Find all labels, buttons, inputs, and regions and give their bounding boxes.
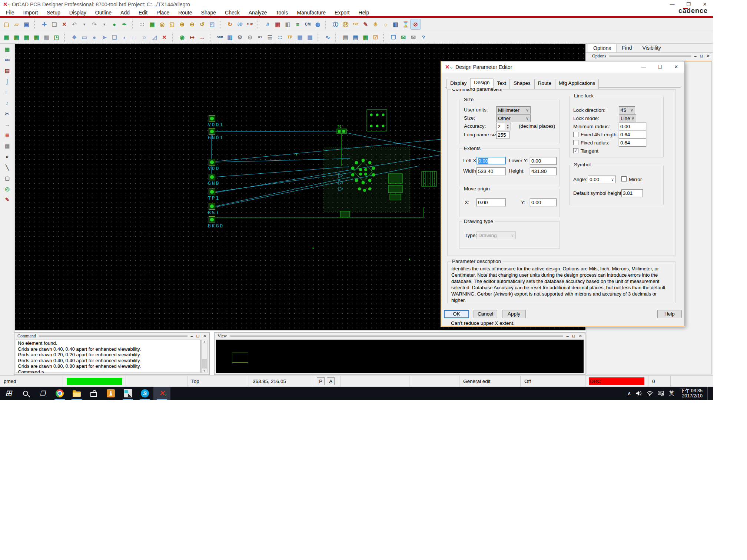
fixed-45-length-field[interactable]: 0.64	[619, 131, 646, 139]
angle-dropdown[interactable]: 0.00	[588, 176, 616, 183]
mail-icon[interactable]: ✉	[408, 32, 418, 42]
scroll-up-icon[interactable]: ∧	[202, 340, 207, 344]
artwork-films-icon[interactable]: ▥	[225, 32, 235, 42]
rect-outline-icon[interactable]: □	[129, 32, 139, 42]
padstack-replicate-icon[interactable]: ◉	[177, 32, 187, 42]
menu-shape[interactable]: Shape	[197, 10, 220, 16]
status-report-icon[interactable]: ☑	[371, 32, 381, 42]
pad-bkgd[interactable]	[209, 216, 215, 223]
menu-manufacture[interactable]: Manufacture	[292, 10, 330, 16]
skype-taskbar-button[interactable]	[136, 387, 153, 400]
via-array-icon[interactable]: ∷	[275, 32, 285, 42]
shape-mode-icon[interactable]: ◳	[52, 32, 62, 42]
help-button[interactable]: Help	[657, 310, 682, 318]
pad-rst[interactable]	[209, 203, 215, 210]
pane-close-icon[interactable]: ✕	[707, 54, 710, 59]
command-console[interactable]: No element found.Grids are drawn 0.40, 0…	[16, 340, 200, 373]
tab-route[interactable]: Route	[534, 79, 555, 89]
pad-vdd1[interactable]	[209, 115, 215, 122]
grid-points-icon[interactable]: ∷	[137, 19, 147, 29]
ball-array-icon[interactable]: ▩	[305, 32, 315, 42]
menu-export[interactable]: Export	[330, 10, 354, 16]
notification-icon[interactable]	[658, 391, 664, 396]
delete-icon[interactable]: ✕	[59, 19, 69, 29]
pad-vdd[interactable]	[209, 159, 215, 166]
open-drawing-icon[interactable]: ▱	[11, 19, 21, 29]
pad-tp1[interactable]	[209, 189, 215, 195]
board-disabled-icon[interactable]: ▦	[42, 32, 52, 42]
show-property-icon[interactable]: ⓟ	[341, 19, 351, 29]
store-taskbar-button[interactable]	[85, 387, 102, 400]
minimum-radius-field[interactable]: 0.00	[619, 123, 646, 130]
view-minimize-icon[interactable]: –	[566, 334, 568, 339]
view-extent-rect[interactable]	[232, 353, 248, 363]
zoom-fit-icon[interactable]: ◱	[167, 19, 177, 29]
redo-icon[interactable]: ↷	[89, 19, 99, 29]
constraint-manager-icon[interactable]: CM	[303, 19, 313, 29]
shine-mode-icon[interactable]: ☀	[371, 19, 381, 29]
shape-add-rect-icon[interactable]: ▭	[79, 32, 89, 42]
fixed-radius-field[interactable]: 0.64	[619, 139, 646, 147]
pane-grip[interactable]	[609, 55, 691, 57]
note-tool-icon[interactable]: ♪	[3, 99, 12, 107]
left-x-field[interactable]: 0.00	[477, 157, 506, 164]
route-keepin-icon[interactable]: ▦	[21, 32, 31, 42]
view-grip[interactable]	[230, 335, 563, 337]
report-log-icon[interactable]: ☰	[265, 32, 275, 42]
dialog-minimize-button[interactable]: —	[635, 61, 652, 73]
tab-design[interactable]: Design	[470, 78, 493, 88]
apply-button[interactable]: Apply	[502, 310, 526, 318]
shape-add-circle-icon[interactable]: ●	[89, 32, 99, 42]
pad-gnd[interactable]	[209, 174, 215, 180]
mirror-checkbox[interactable]	[621, 176, 627, 181]
lower-y-field[interactable]: 0.00	[530, 157, 557, 165]
scroll-down-icon[interactable]: ∨	[202, 369, 207, 372]
corner-tool-icon[interactable]: ∟	[3, 88, 12, 96]
command-minimize-icon[interactable]: –	[190, 334, 193, 339]
menu-import[interactable]: Import	[19, 10, 43, 16]
close-button[interactable]: ✕	[697, 0, 713, 9]
constraint-report-icon[interactable]: ▦	[361, 32, 371, 42]
start-taskbar-button[interactable]	[0, 387, 17, 400]
lock-direction-dropdown[interactable]: 45	[619, 106, 635, 114]
minimize-button[interactable]: —	[664, 0, 680, 9]
route-keepout-icon[interactable]: ▦	[31, 32, 42, 42]
lock-mode-dropdown[interactable]: Line	[619, 114, 636, 122]
menu-setup[interactable]: Setup	[42, 10, 65, 16]
menu-outline[interactable]: Outline	[91, 10, 116, 16]
zoom-previous-icon[interactable]: ↺	[197, 19, 207, 29]
export-documentation-icon[interactable]: ❐	[388, 32, 398, 42]
tab-find[interactable]: Find	[617, 44, 637, 52]
scroll-thumb[interactable]	[202, 359, 207, 369]
fixed-radius-checkbox[interactable]	[573, 140, 578, 145]
chrome-taskbar-button[interactable]	[51, 387, 68, 400]
board-geometry-icon[interactable]: ▦	[1, 32, 11, 42]
tab-text[interactable]: Text	[493, 79, 510, 89]
undo-icon[interactable]: ↶	[69, 19, 79, 29]
brush-tool-icon[interactable]: ✎	[3, 196, 12, 204]
grid-lines-icon[interactable]: ▦	[147, 19, 157, 29]
arrow-tool-icon[interactable]: →	[3, 120, 12, 129]
save-drawing-icon[interactable]: ▣	[21, 19, 31, 29]
menu-analyze[interactable]: Analyze	[244, 10, 272, 16]
pane-minimize-icon[interactable]: –	[694, 54, 696, 59]
accuracy-spinner[interactable]: 2 ▲▼	[496, 123, 511, 130]
ring-tool-icon[interactable]: ◎	[3, 185, 12, 193]
wifi-icon[interactable]	[647, 391, 653, 396]
odb-export-icon[interactable]: ODB	[215, 32, 225, 42]
application-mode-button[interactable]: A	[327, 377, 335, 385]
command-close-icon[interactable]: ✕	[203, 334, 206, 339]
cross-section-icon[interactable]: ≡	[293, 19, 303, 29]
dimension-linear-icon[interactable]: ↦	[187, 32, 197, 42]
show-desktop-button[interactable]	[707, 387, 710, 400]
summary-report-icon[interactable]: ▤	[341, 32, 351, 42]
user-units-dropdown[interactable]: Millimeter	[496, 106, 531, 114]
design-rules-report-icon[interactable]: ▤	[351, 32, 361, 42]
zoom-out-icon[interactable]: ⊖	[187, 19, 197, 29]
command-grip[interactable]	[39, 335, 187, 337]
mail-approve-icon[interactable]: ✉	[398, 32, 408, 42]
origin-y-field[interactable]: 0.00	[530, 199, 557, 206]
width-field[interactable]: 533.40	[477, 167, 506, 175]
zoom-world-icon[interactable]: ◰	[207, 19, 217, 29]
command-scrollbar[interactable]: ∧ ∨	[201, 340, 208, 373]
